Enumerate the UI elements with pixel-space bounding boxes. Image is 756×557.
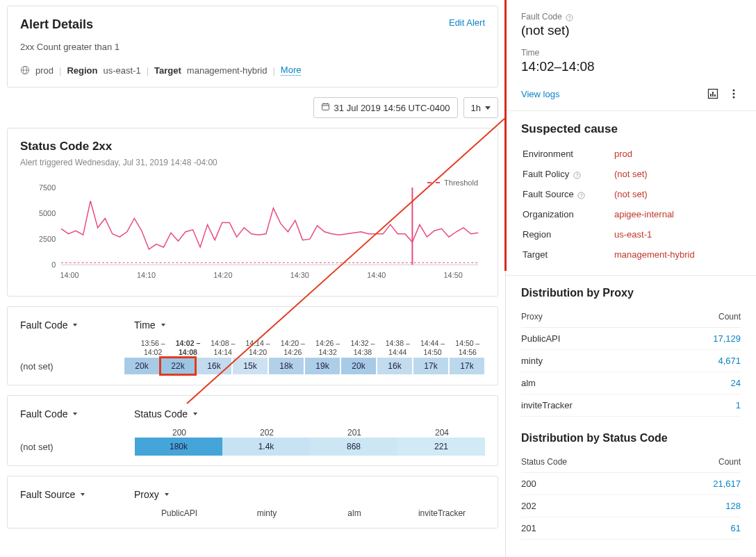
more-link[interactable]: More xyxy=(281,65,302,76)
time-cell[interactable]: 20k xyxy=(124,357,160,375)
range-dropdown[interactable]: 1h xyxy=(463,97,498,118)
svg-point-28 xyxy=(733,93,735,95)
facet-col-dropdown-2[interactable]: Status Code xyxy=(134,408,197,419)
svg-text:5000: 5000 xyxy=(39,209,56,217)
kv-value: (not set) xyxy=(614,165,739,183)
time-cells: 20k22k16k15k18k19k20k16k17k17k xyxy=(124,357,485,375)
svg-point-27 xyxy=(733,90,735,92)
facet-row-label: (not set) xyxy=(20,361,124,372)
svg-text:14:40: 14:40 xyxy=(367,271,386,279)
kv-row: Target management-hybrid xyxy=(523,245,739,264)
dist-key: 200 xyxy=(521,473,658,495)
status-cell[interactable]: 180k xyxy=(135,438,222,456)
dist-count[interactable]: 128 xyxy=(658,495,741,517)
dist-status-title: Distribution by Status Code xyxy=(521,432,741,444)
svg-text:?: ? xyxy=(568,15,571,21)
time-cell[interactable]: 19k xyxy=(304,357,340,375)
status-cells: 180k1.4k868221 xyxy=(135,438,485,456)
facet-row-dropdown-2[interactable]: Fault Code xyxy=(20,408,109,419)
alert-meta: prod | Region us-east-1 | Target managem… xyxy=(20,65,485,76)
kv-row: Region us-east-1 xyxy=(523,225,739,244)
time-cell[interactable]: 17k xyxy=(413,357,449,375)
more-menu-icon[interactable] xyxy=(727,87,741,101)
dist-key: minty xyxy=(521,350,664,372)
svg-text:?: ? xyxy=(575,172,578,178)
dist-count[interactable]: 21,617 xyxy=(658,473,741,495)
time-col-header: 14:32 –14:38 xyxy=(345,339,380,357)
view-logs-link[interactable]: View logs xyxy=(521,89,559,99)
dist-count[interactable]: 24 xyxy=(664,372,741,394)
time-cell[interactable]: 16k xyxy=(377,357,413,375)
dist-key: 201 xyxy=(521,517,658,540)
dist-row: PublicAPI17,129 xyxy=(521,328,741,350)
facet-row-label-2: (not set) xyxy=(20,442,135,452)
kv-row: Organization apigee-internal xyxy=(523,205,739,224)
time-col-header: 14:50 –14:56 xyxy=(450,339,485,357)
caret-down-icon xyxy=(193,413,197,415)
svg-text:2500: 2500 xyxy=(39,235,56,243)
dist-count[interactable]: 17,129 xyxy=(664,328,741,350)
time-cell[interactable]: 20k xyxy=(340,357,377,375)
time-col-header: 13:56 –14:02 xyxy=(135,339,170,357)
alert-title: Alert Details xyxy=(20,17,93,32)
proxy-col-header: minty xyxy=(223,508,311,518)
status-cell[interactable]: 221 xyxy=(397,438,485,456)
svg-text:14:10: 14:10 xyxy=(137,271,156,279)
status-chart: 025005000750014:0014:1014:2014:3014:4014… xyxy=(20,178,485,283)
dist-col1: Status Code xyxy=(521,451,658,473)
globe-icon xyxy=(20,65,30,75)
time-col-header: 14:14 –14:20 xyxy=(240,339,275,357)
caret-down-icon xyxy=(73,324,77,326)
status-cell[interactable]: 868 xyxy=(310,438,397,456)
chart-title: Status Code 2xx xyxy=(20,140,485,153)
dist-count[interactable]: 1 xyxy=(664,394,741,417)
calendar-icon xyxy=(321,102,330,113)
edit-alert-link[interactable]: Edit Alert xyxy=(449,17,485,28)
kv-row: Environment prod xyxy=(523,144,739,163)
time-cell[interactable]: 17k xyxy=(449,357,485,375)
kv-key: Organization xyxy=(523,205,613,224)
suspected-title: Suspected cause xyxy=(521,122,741,136)
kv-value: management-hybrid xyxy=(614,245,739,264)
svg-rect-25 xyxy=(712,92,714,97)
kv-key: Region xyxy=(523,225,613,244)
svg-text:7500: 7500 xyxy=(39,183,56,192)
help-icon[interactable]: ? xyxy=(573,171,581,178)
kv-value: apigee-internal xyxy=(614,205,739,224)
facet-col-dropdown-3[interactable]: Proxy xyxy=(134,489,169,500)
suspected-kv-table: Environment prodFault Policy ?(not set)F… xyxy=(521,143,741,265)
threshold-swatch xyxy=(427,182,440,183)
dist-proxy-title: Distribution by Proxy xyxy=(521,287,741,299)
svg-rect-3 xyxy=(322,103,329,110)
kv-row: Fault Source ?(not set) xyxy=(523,185,739,203)
facet-row-dropdown-3[interactable]: Fault Source xyxy=(20,489,109,500)
time-cell[interactable]: 22k xyxy=(160,357,196,375)
svg-rect-13 xyxy=(411,188,413,265)
side-fault-code-value: (not set) xyxy=(521,23,741,38)
caret-down-icon xyxy=(165,493,169,496)
chart-icon[interactable] xyxy=(706,87,720,101)
status-col-header: 202 xyxy=(223,428,311,438)
dist-count[interactable]: 61 xyxy=(658,517,741,540)
help-icon[interactable]: ? xyxy=(577,191,585,199)
dist-key: PublicAPI xyxy=(521,328,664,350)
status-cell[interactable]: 1.4k xyxy=(222,438,310,456)
side-fault-code-label: Fault Code xyxy=(521,12,562,22)
kv-value: (not set) xyxy=(614,185,739,203)
time-cell[interactable]: 16k xyxy=(196,357,232,375)
dist-count[interactable]: 4,671 xyxy=(664,350,741,372)
date-picker-button[interactable]: 31 Jul 2019 14:56 UTC-0400 xyxy=(313,97,458,118)
status-col-header: 204 xyxy=(398,428,486,438)
target-label: Target xyxy=(154,65,181,76)
controls-row: 31 Jul 2019 14:56 UTC-0400 1h xyxy=(7,97,498,118)
range-label: 1h xyxy=(471,103,481,113)
facet-row-dropdown[interactable]: Fault Code xyxy=(20,319,109,331)
dist-row: 20021,617 xyxy=(521,473,741,495)
help-icon[interactable]: ? xyxy=(566,13,573,21)
facet-col-dropdown[interactable]: Time xyxy=(134,319,165,331)
time-cell[interactable]: 15k xyxy=(232,357,268,375)
side-time-value: 14:02–14:08 xyxy=(521,59,741,74)
svg-text:14:30: 14:30 xyxy=(290,271,309,279)
facet-time-card: Fault Code Time 13:56 –14:0214:02 –14:08… xyxy=(7,306,498,385)
time-cell[interactable]: 18k xyxy=(268,357,304,375)
